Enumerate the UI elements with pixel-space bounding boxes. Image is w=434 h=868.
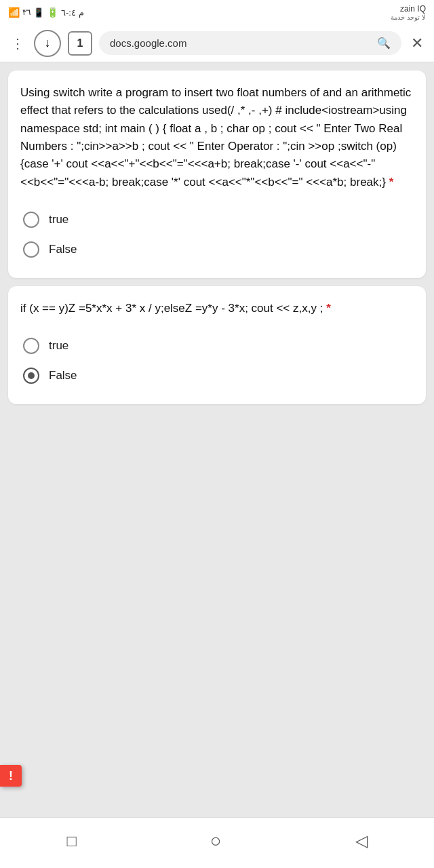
q2-radio-false[interactable] — [23, 368, 39, 384]
home-button[interactable]: □ — [50, 826, 93, 856]
close-button[interactable]: ✕ — [408, 32, 426, 55]
screen-icon: 📱 — [33, 7, 44, 18]
address-text: docs.google.com — [110, 37, 186, 49]
required-star-1: * — [389, 176, 394, 189]
battery-icon: 🔋 — [47, 7, 58, 18]
download-icon: ↓ — [45, 36, 51, 50]
menu-dots-button[interactable]: ⋮ — [8, 33, 27, 54]
no-service-text: لا توجد خدمة — [391, 14, 426, 21]
q1-radio-false[interactable] — [23, 241, 39, 258]
status-right: zain IQ لا توجد خدمة — [391, 4, 426, 21]
wifi-icon: 📶 — [8, 7, 20, 18]
back-button[interactable]: ◁ — [339, 826, 384, 856]
content-area: Using switch write a program to insert t… — [0, 62, 434, 475]
q2-radio-true[interactable] — [23, 338, 39, 354]
circle-button[interactable]: ○ — [194, 825, 238, 857]
back-icon: ◁ — [355, 831, 368, 850]
download-button[interactable]: ↓ — [34, 30, 61, 57]
q2-label-true: true — [49, 339, 68, 353]
question-1-text: Using switch write a program to insert t… — [20, 84, 414, 191]
q1-radio-true[interactable] — [23, 212, 39, 228]
status-left: م ٤:-٦ 🔋 📱 ٣٦ 📶 — [8, 7, 84, 18]
fab-label: ! — [9, 769, 13, 783]
q2-option-false[interactable]: False — [20, 361, 414, 391]
bottom-spacer — [8, 412, 426, 467]
q1-option-false[interactable]: False — [20, 235, 414, 264]
signal-strength: ٣٦ — [22, 7, 31, 17]
required-star-2: * — [326, 302, 331, 315]
fab-button[interactable]: ! — [0, 765, 22, 787]
question-card-2: if (x == y)Z =5*x*x + 3* x / y;elseZ =y*… — [8, 286, 426, 404]
tab-count-button[interactable]: 1 — [68, 31, 92, 56]
square-icon: □ — [66, 831, 77, 850]
question-2-text: if (x == y)Z =5*x*x + 3* x / y;elseZ =y*… — [20, 300, 414, 317]
search-icon[interactable]: 🔍 — [377, 37, 391, 50]
bottom-nav: □ ○ ◁ — [0, 817, 434, 868]
q2-option-true[interactable]: true — [20, 331, 414, 361]
address-bar[interactable]: docs.google.com 🔍 — [99, 31, 401, 55]
q1-label-true: true — [49, 213, 68, 226]
circle-icon: ○ — [210, 830, 222, 852]
q1-option-true[interactable]: true — [20, 205, 414, 235]
status-bar: م ٤:-٦ 🔋 📱 ٣٦ 📶 zain IQ لا توجد خدمة — [0, 0, 434, 24]
q2-label-false: False — [49, 369, 77, 382]
carrier-name: zain IQ — [400, 4, 426, 14]
status-time: م ٤:-٦ — [61, 7, 84, 18]
tab-count-label: 1 — [77, 37, 83, 50]
nav-bar: ⋮ ↓ 1 docs.google.com 🔍 ✕ — [0, 24, 434, 62]
q1-label-false: False — [49, 243, 77, 256]
question-card-1: Using switch write a program to insert t… — [8, 71, 426, 278]
